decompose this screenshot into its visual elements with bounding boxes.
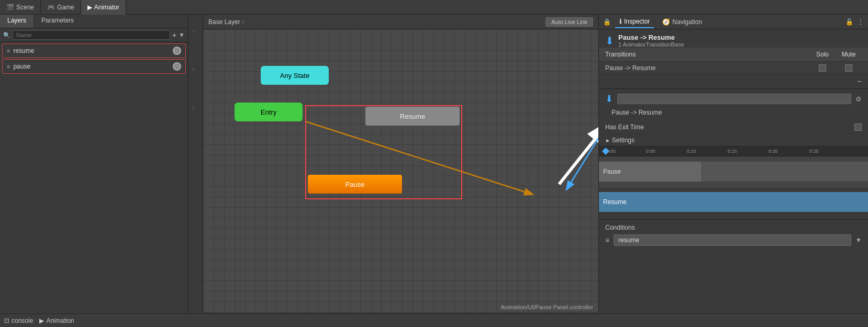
exit-time-checkbox[interactable] [854, 123, 862, 131]
collapse-arrow-2[interactable]: › [188, 58, 203, 81]
param-item-pause[interactable]: ≡ pause [2, 59, 186, 74]
timeline-tracks: Pause Resume [599, 156, 868, 219]
transition-row[interactable]: Pause -> Resume [599, 62, 868, 75]
motion-label: Pause -> Resume [605, 107, 862, 116]
inspector-icon: ℹ [619, 18, 622, 25]
ruler-mark-1: 0:05 [646, 149, 655, 154]
transitions-section: Transitions Solo Mute Pause -> Resume − [599, 48, 868, 88]
panel-menu-icon[interactable]: ⋮ [858, 18, 864, 26]
motion-row: ⬇ ⚙ [605, 93, 862, 105]
param-toggle-resume[interactable] [173, 47, 181, 55]
ruler-mark-0: 0:00 [606, 149, 616, 154]
conditions-header: Conditions [605, 224, 862, 231]
ruler-mark-4: 0:20 [769, 149, 778, 154]
transition-minus-button[interactable]: − [599, 75, 868, 88]
collapse-arrow-3[interactable]: › [188, 96, 203, 119]
state-any[interactable]: Any State [261, 66, 329, 85]
bottom-tab-animation[interactable]: ▶ Animation [39, 317, 74, 324]
motion-section: ⬇ ⚙ Pause -> Resume [599, 88, 868, 120]
right-panel: 🔒 ℹ Inspector 🧭 Navigation 🔓 ⋮ ⬇ Pause -… [598, 15, 868, 312]
tab-scene[interactable]: 🎬 Scene [0, 0, 41, 15]
state-pause[interactable]: Pause [308, 175, 402, 194]
tab-animator[interactable]: ▶ Animator [81, 0, 126, 15]
top-tab-bar: 🎬 Scene 🎮 Game ▶ Animator [0, 0, 868, 15]
cond-equals-icon: ≡ [605, 236, 609, 244]
param-icon-resume: ≡ [7, 48, 10, 54]
motion-gear-icon[interactable]: ⚙ [855, 95, 862, 103]
mute-checkbox[interactable] [845, 64, 852, 72]
search-input[interactable] [13, 30, 170, 40]
search-icon: 🔍 [3, 32, 10, 39]
collapse-arrow-1[interactable]: › [188, 20, 203, 42]
scene-icon: 🎬 [6, 4, 14, 11]
left-section: Layers Parameters 🔍 + ▼ ≡ resume [0, 15, 203, 312]
right-panel-header: 🔒 ℹ Inspector 🧭 Navigation 🔓 ⋮ [599, 15, 868, 29]
canvas-grid[interactable]: Any State Entry Resume Pause Animation/U… [203, 29, 598, 312]
settings-label[interactable]: Settings [599, 134, 868, 146]
canvas-path-label: Animation/UI/Pause Panel.controller [500, 304, 593, 310]
main-layout: Layers Parameters 🔍 + ▼ ≡ resume [0, 15, 868, 312]
condition-dropdown[interactable]: resume [614, 234, 851, 246]
tab-layers[interactable]: Layers [0, 15, 34, 28]
track-pause: Pause [599, 162, 701, 182]
tab-inspector[interactable]: ℹ Inspector [615, 16, 654, 28]
conditions-section: Conditions ≡ resume ▼ [599, 219, 868, 250]
inspector-lock-icon: 🔒 [603, 18, 611, 26]
breadcrumb-arrow: › [242, 18, 244, 26]
motion-icon: ⬇ [605, 93, 613, 105]
tab-game[interactable]: 🎮 Game [41, 0, 81, 15]
timeline-ruler: 0:00 0:05 0:10 0:15 0:20 0:25 [599, 146, 868, 156]
auto-live-button[interactable]: Auto Live Link [546, 17, 593, 27]
exit-time-row: Has Exit Time [599, 120, 868, 134]
search-row: 🔍 + ▼ [0, 28, 188, 42]
param-toggle-pause[interactable] [173, 62, 181, 71]
left-panel: Layers Parameters 🔍 + ▼ ≡ resume [0, 15, 188, 312]
animator-icon: ▶ [87, 4, 92, 11]
transition-download-icon: ⬇ [605, 35, 614, 47]
transitions-header: Transitions Solo Mute [599, 48, 868, 62]
motion-input[interactable] [617, 94, 851, 104]
cond-dropdown-arrow: ▼ [855, 236, 862, 244]
solo-checkbox[interactable] [819, 64, 826, 72]
tab-parameters[interactable]: Parameters [34, 15, 82, 28]
canvas-header: Base Layer › Auto Live Link [203, 15, 598, 29]
console-icon: ⊡ [4, 317, 9, 324]
track-pause-dark [701, 162, 868, 182]
transition-header-section: ⬇ Pause -> Resume 1 AnimatorTransitionBa… [599, 29, 868, 48]
add-param-button[interactable]: + [172, 31, 176, 39]
svg-line-4 [559, 125, 598, 184]
svg-line-5 [567, 134, 598, 189]
ruler-mark-3: 0:15 [728, 149, 737, 154]
ruler-mark-2: 0:10 [687, 149, 696, 154]
state-entry[interactable]: Entry [235, 103, 303, 121]
condition-row: ≡ resume ▼ [605, 234, 862, 246]
transition-subtitle: 1 AnimatorTransitionBase [618, 41, 684, 48]
tab-navigation[interactable]: 🧭 Navigation [658, 16, 706, 28]
breadcrumb: Base Layer › [208, 18, 244, 26]
animation-icon: ▶ [39, 317, 44, 324]
add-dropdown-icon: ▼ [179, 31, 185, 39]
right-panel-icons: 🔓 ⋮ [845, 18, 864, 26]
left-panel-tabs: Layers Parameters [0, 15, 188, 28]
ruler-mark-5: 0:25 [809, 149, 819, 154]
transition-title: Pause -> Resume [618, 33, 684, 41]
center-canvas: Base Layer › Auto Live Link [203, 15, 598, 312]
bottom-bar: ⊡ console ▶ Animation [0, 313, 868, 327]
param-list: ≡ resume ≡ pause [0, 42, 188, 312]
side-collapse-panel: › › › [188, 15, 203, 312]
param-item-resume[interactable]: ≡ resume [2, 43, 186, 58]
track-resume: Resume [599, 192, 868, 212]
state-resume[interactable]: Resume [365, 107, 460, 126]
game-icon: 🎮 [47, 4, 55, 11]
panel-lock-icon[interactable]: 🔓 [845, 18, 853, 26]
timeline-section: 0:00 0:05 0:10 0:15 0:20 0:25 Pause Resu… [599, 146, 868, 219]
param-icon-pause: ≡ [7, 63, 10, 70]
navigation-icon: 🧭 [662, 18, 670, 26]
bottom-tab-console[interactable]: ⊡ console [4, 317, 33, 324]
